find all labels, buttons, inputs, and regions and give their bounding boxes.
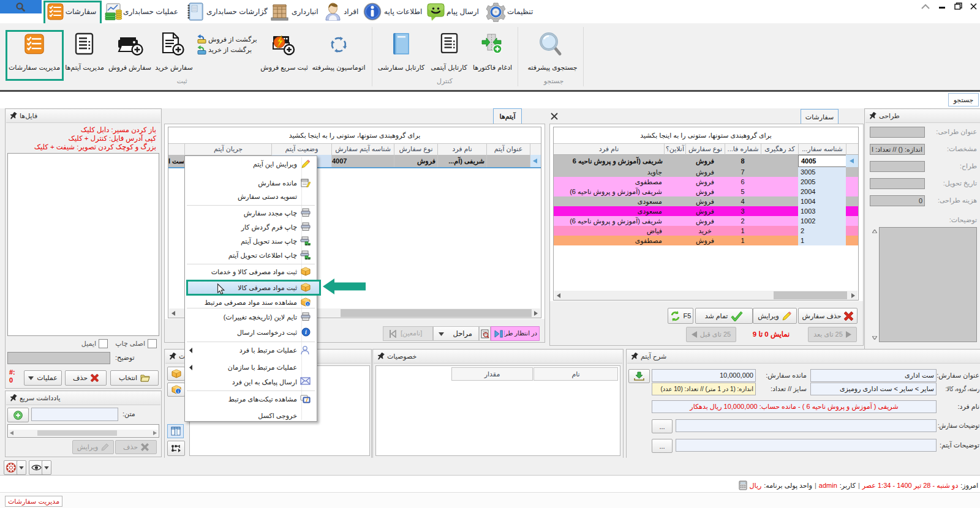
svg-text:i: i: [307, 302, 309, 307]
svg-text:i: i: [305, 329, 307, 335]
svg-text:i: i: [177, 389, 178, 394]
